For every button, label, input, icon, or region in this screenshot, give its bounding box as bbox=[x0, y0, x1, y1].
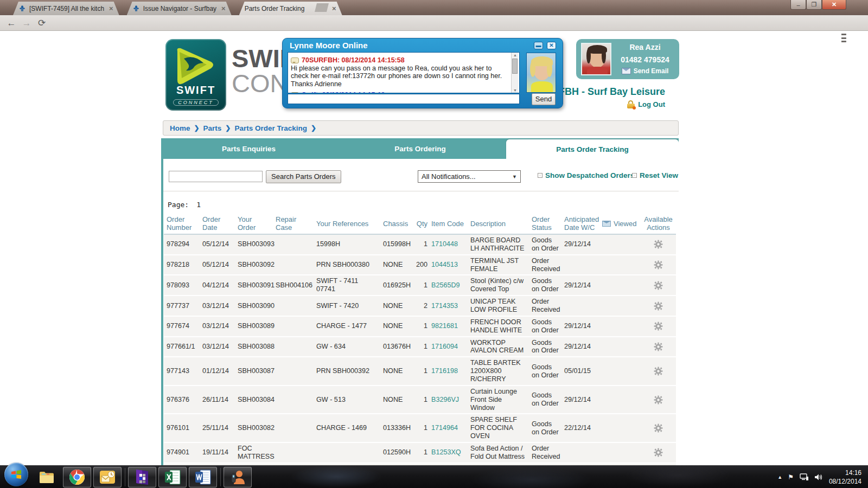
tab-close-icon[interactable]: × bbox=[220, 4, 227, 12]
search-input[interactable] bbox=[169, 171, 263, 182]
divider bbox=[163, 191, 679, 191]
cell-anticipated-date: 05/01/15 bbox=[561, 367, 599, 375]
chat-send-button[interactable]: Send bbox=[532, 93, 556, 105]
logout-link[interactable]: Log Out bbox=[627, 100, 665, 108]
gear-actions-button[interactable] bbox=[643, 281, 674, 290]
breadcrumb-link[interactable]: Parts bbox=[203, 124, 222, 132]
show-despatched-orders-link[interactable]: Show Despatched Orders bbox=[538, 171, 634, 179]
start-button[interactable] bbox=[4, 463, 28, 486]
grid-app-taskbar-button[interactable] bbox=[128, 467, 156, 487]
browser-tab[interactable]: [SWIFT-7459] All the kitch × bbox=[13, 2, 119, 15]
tab-close-icon[interactable]: × bbox=[107, 4, 115, 12]
column-header[interactable]: Qty bbox=[412, 220, 429, 228]
gear-actions-button[interactable] bbox=[643, 448, 674, 457]
window-restore-button[interactable]: ❐ bbox=[806, 0, 822, 10]
item-code-link[interactable]: B3296VJ bbox=[431, 396, 459, 403]
chat-close-button[interactable]: ✕ bbox=[547, 42, 556, 49]
cell-chassis: 013336H bbox=[380, 424, 412, 432]
table-row: 977737 03/12/14 SBH003090 SWIFT - 7420 N… bbox=[164, 296, 676, 317]
communicator-taskbar-button[interactable] bbox=[224, 467, 252, 487]
breadcrumb-link[interactable]: Parts Order Tracking bbox=[234, 124, 307, 132]
window-close-button[interactable]: ✕ bbox=[822, 0, 846, 10]
column-header[interactable]: Chassis bbox=[380, 220, 412, 228]
notifications-dropdown[interactable]: All Notifications... ▼ bbox=[418, 170, 521, 183]
new-tab-button[interactable] bbox=[315, 3, 329, 12]
item-code-link[interactable]: 9821681 bbox=[431, 322, 458, 330]
chat-scrollbar[interactable]: ▲ ▼ bbox=[511, 53, 518, 93]
network-icon[interactable] bbox=[799, 473, 809, 481]
cell-chassis: 016925H bbox=[380, 281, 412, 290]
chat-title: Lynne Moore Online bbox=[290, 41, 368, 50]
chrome-taskbar-button[interactable] bbox=[63, 467, 91, 487]
window-controls: – ❐ ✕ bbox=[790, 0, 846, 10]
column-header[interactable]: Your Order bbox=[235, 216, 273, 232]
item-code-link[interactable]: 1716094 bbox=[431, 343, 458, 350]
cell-chassis: 015998H bbox=[380, 240, 412, 248]
gear-actions-button[interactable] bbox=[643, 423, 674, 433]
gear-actions-button[interactable] bbox=[643, 342, 674, 351]
table-row: 977661/1 03/12/14 SBH003088 GW - 634 013… bbox=[164, 337, 676, 358]
table-row: 976376 26/11/14 SBH003084 GW - 513 NONE … bbox=[164, 386, 676, 415]
gear-actions-button[interactable] bbox=[643, 240, 674, 249]
column-header[interactable]: Order Number bbox=[164, 216, 200, 232]
column-header[interactable]: Order Status bbox=[529, 216, 561, 232]
gear-actions-button[interactable] bbox=[643, 260, 674, 269]
cell-order-status: Order Received bbox=[529, 298, 561, 314]
gear-actions-button[interactable] bbox=[643, 301, 674, 311]
excel-taskbar-button[interactable] bbox=[158, 467, 187, 487]
speaker-icon[interactable] bbox=[814, 473, 824, 481]
send-email-link[interactable]: Send Email bbox=[615, 67, 675, 75]
item-code-link[interactable]: 1714353 bbox=[431, 302, 458, 310]
cell-order-number: 978218 bbox=[164, 261, 200, 269]
cell-order-date: 19/11/14 bbox=[200, 448, 235, 457]
item-code-link[interactable]: 1716198 bbox=[431, 367, 458, 375]
word-taskbar-button[interactable] bbox=[189, 467, 217, 487]
column-header[interactable]: Anticipated Date W/C bbox=[561, 216, 599, 232]
explorer-taskbar-button[interactable] bbox=[33, 467, 61, 487]
tab-parts-enquiries[interactable]: Parts Enquiries bbox=[163, 138, 334, 159]
reset-view-link[interactable]: Reset View bbox=[632, 171, 678, 179]
chat-message-input[interactable] bbox=[288, 94, 520, 104]
page-number[interactable]: 1 bbox=[196, 201, 201, 209]
taskbar-clock[interactable]: 14:16 08/12/2014 bbox=[829, 468, 865, 486]
tray-expand-icon[interactable]: ▲ bbox=[777, 474, 782, 480]
window-minimize-button[interactable]: – bbox=[790, 0, 806, 10]
breadcrumb-separator: ❯ bbox=[311, 124, 316, 132]
back-button[interactable]: ← bbox=[4, 17, 18, 29]
chat-minimize-button[interactable]: ▬ bbox=[534, 42, 543, 49]
action-center-flag-icon[interactable]: ⚑ bbox=[788, 473, 794, 481]
item-code-link[interactable]: B2565D9 bbox=[431, 281, 460, 289]
tab-close-icon[interactable]: × bbox=[330, 4, 338, 12]
outlook-taskbar-button[interactable] bbox=[93, 467, 122, 487]
gear-actions-button[interactable] bbox=[643, 322, 674, 331]
item-code-link[interactable]: B1253XQ bbox=[431, 448, 461, 456]
browser-tab[interactable]: Issue Navigator - Surfbay × bbox=[127, 2, 232, 15]
swift-connect-logo: SWIFT CONNECT bbox=[165, 39, 226, 111]
cell-qty: 1 bbox=[412, 322, 429, 330]
cell-available-actions bbox=[640, 301, 676, 311]
gear-actions-button[interactable] bbox=[643, 395, 674, 404]
column-header[interactable]: Description bbox=[468, 220, 529, 228]
reload-button[interactable]: ⟳ bbox=[35, 17, 49, 29]
column-header[interactable]: Viewed bbox=[599, 220, 640, 228]
tab-parts-order-tracking[interactable]: Parts Order Tracking bbox=[506, 139, 679, 159]
search-parts-orders-button[interactable]: Search Parts Orders bbox=[266, 170, 341, 183]
column-header[interactable]: Available Actions bbox=[640, 216, 676, 232]
item-code-link[interactable]: 1044513 bbox=[431, 261, 458, 268]
table-row: 977143 01/12/14 SBH003087 PRN SBH000392 … bbox=[164, 357, 676, 386]
column-header[interactable]: Item Code bbox=[429, 220, 468, 228]
column-header[interactable]: Order Date bbox=[200, 216, 235, 232]
cell-chassis: NONE bbox=[380, 261, 412, 269]
column-header[interactable]: Repair Case bbox=[273, 216, 314, 232]
tab-parts-ordering[interactable]: Parts Ordering bbox=[334, 138, 506, 159]
cell-anticipated-date: 29/12/14 bbox=[561, 322, 599, 330]
column-header[interactable]: Your References bbox=[314, 220, 380, 228]
breadcrumb-link[interactable]: Home bbox=[170, 124, 190, 132]
forward-button[interactable]: → bbox=[20, 17, 34, 29]
chat-scrollbar-thumb[interactable] bbox=[512, 59, 518, 74]
item-code-link[interactable]: 1714964 bbox=[431, 424, 458, 432]
desktop-screen: [SWIFT-7459] All the kitch × Issue Navig… bbox=[0, 0, 868, 488]
cell-order-number: 974901 bbox=[164, 448, 200, 457]
gear-actions-button[interactable] bbox=[643, 367, 674, 376]
item-code-link[interactable]: 1710448 bbox=[431, 240, 458, 248]
